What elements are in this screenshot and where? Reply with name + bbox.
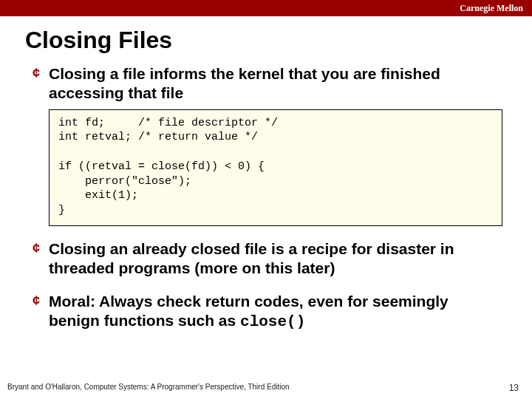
bullet-icon: ¢ [33, 239, 49, 257]
bullet-text: Moral: Always check return codes, even f… [49, 292, 502, 332]
code-block: int fd; /* file descriptor */ int retval… [49, 109, 502, 227]
bullet-icon: ¢ [33, 64, 49, 82]
bullet-item: ¢ Closing a file informs the kernel that… [33, 64, 502, 103]
bullet-icon: ¢ [33, 292, 49, 310]
bullet-item: ¢ Moral: Always check return codes, even… [33, 292, 502, 332]
bullet-text: Closing an already closed file is a reci… [49, 239, 502, 279]
page-number: 13 [509, 383, 519, 393]
header-bar: Carnegie Mellon [0, 0, 532, 16]
footer: Bryant and O'Hallaron, Computer Systems:… [0, 383, 532, 393]
slide-content: ¢ Closing a file informs the kernel that… [0, 60, 532, 399]
brand-label: Carnegie Mellon [460, 3, 523, 14]
footer-citation: Bryant and O'Hallaron, Computer Systems:… [7, 383, 290, 393]
slide: Carnegie Mellon Closing Files ¢ Closing … [0, 0, 532, 399]
bullet-item: ¢ Closing an already closed file is a re… [33, 239, 502, 279]
inline-code: close() [240, 313, 305, 330]
bullet-text: Closing a file informs the kernel that y… [49, 64, 502, 103]
slide-title: Closing Files [0, 16, 532, 60]
